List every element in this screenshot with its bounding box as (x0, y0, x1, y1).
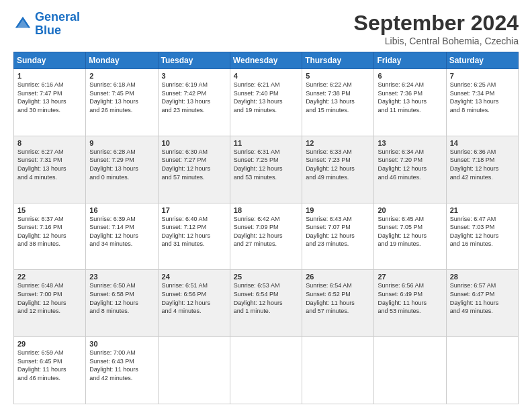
day-cell: 19Sunrise: 6:43 AM Sunset: 7:07 PM Dayli… (302, 203, 374, 270)
day-info: Sunrise: 6:27 AM Sunset: 7:31 PM Dayligh… (17, 148, 82, 181)
day-info: Sunrise: 6:37 AM Sunset: 7:16 PM Dayligh… (17, 215, 82, 248)
day-info: Sunrise: 6:50 AM Sunset: 6:58 PM Dayligh… (89, 281, 154, 315)
day-number: 4 (234, 72, 298, 80)
day-cell: 10Sunrise: 6:30 AM Sunset: 7:27 PM Dayli… (158, 136, 230, 203)
day-cell: 21Sunrise: 6:47 AM Sunset: 7:03 PM Dayli… (446, 203, 518, 270)
day-cell: 9Sunrise: 6:28 AM Sunset: 7:29 PM Daylig… (86, 136, 158, 203)
logo-line2: Blue (35, 24, 61, 37)
week-row-2: 8Sunrise: 6:27 AM Sunset: 7:31 PM Daylig… (14, 136, 519, 203)
day-cell (446, 337, 518, 404)
day-number: 10 (162, 139, 226, 147)
day-number: 15 (17, 206, 82, 214)
day-cell: 5Sunrise: 6:22 AM Sunset: 7:38 PM Daylig… (302, 69, 374, 136)
week-row-5: 29Sunrise: 6:59 AM Sunset: 6:45 PM Dayli… (14, 337, 519, 404)
day-cell (302, 337, 374, 404)
location: Libis, Central Bohemia, Czechia (354, 36, 519, 46)
day-cell: 6Sunrise: 6:24 AM Sunset: 7:36 PM Daylig… (374, 69, 446, 136)
day-info: Sunrise: 6:43 AM Sunset: 7:07 PM Dayligh… (306, 215, 370, 248)
header: General Blue September 2024 Libis, Centr… (13, 11, 519, 46)
day-cell: 4Sunrise: 6:21 AM Sunset: 7:40 PM Daylig… (230, 69, 302, 136)
day-number: 13 (378, 139, 442, 147)
day-cell: 27Sunrise: 6:56 AM Sunset: 6:49 PM Dayli… (374, 270, 446, 337)
logo-text: General Blue (35, 11, 80, 38)
day-cell (158, 337, 230, 404)
day-number: 14 (450, 139, 515, 147)
column-header-tuesday: Tuesday (158, 52, 230, 69)
day-number: 6 (378, 72, 442, 80)
day-info: Sunrise: 6:24 AM Sunset: 7:36 PM Dayligh… (378, 81, 442, 114)
day-cell: 30Sunrise: 7:00 AM Sunset: 6:43 PM Dayli… (86, 337, 158, 404)
column-header-saturday: Saturday (446, 52, 518, 69)
day-info: Sunrise: 6:56 AM Sunset: 6:49 PM Dayligh… (378, 281, 442, 315)
day-number: 16 (89, 206, 154, 214)
day-info: Sunrise: 6:51 AM Sunset: 6:56 PM Dayligh… (162, 281, 226, 315)
column-header-monday: Monday (86, 52, 158, 69)
day-number: 3 (162, 72, 226, 80)
day-number: 28 (450, 273, 515, 281)
month-year: September 2024 (354, 11, 519, 36)
day-info: Sunrise: 6:45 AM Sunset: 7:05 PM Dayligh… (378, 215, 442, 248)
day-cell: 17Sunrise: 6:40 AM Sunset: 7:12 PM Dayli… (158, 203, 230, 270)
day-cell (374, 337, 446, 404)
day-cell: 22Sunrise: 6:48 AM Sunset: 7:00 PM Dayli… (14, 270, 86, 337)
day-info: Sunrise: 6:53 AM Sunset: 6:54 PM Dayligh… (234, 281, 298, 315)
day-number: 7 (450, 72, 515, 80)
day-cell: 15Sunrise: 6:37 AM Sunset: 7:16 PM Dayli… (14, 203, 86, 270)
day-cell: 29Sunrise: 6:59 AM Sunset: 6:45 PM Dayli… (14, 337, 86, 404)
day-info: Sunrise: 6:57 AM Sunset: 6:47 PM Dayligh… (450, 281, 515, 315)
calendar-table: SundayMondayTuesdayWednesdayThursdayFrid… (13, 52, 519, 404)
day-cell: 3Sunrise: 6:19 AM Sunset: 7:42 PM Daylig… (158, 69, 230, 136)
day-cell: 7Sunrise: 6:25 AM Sunset: 7:34 PM Daylig… (446, 69, 518, 136)
day-cell: 18Sunrise: 6:42 AM Sunset: 7:09 PM Dayli… (230, 203, 302, 270)
day-number: 8 (17, 139, 82, 147)
day-number: 23 (89, 273, 154, 281)
day-number: 26 (306, 273, 370, 281)
day-info: Sunrise: 6:54 AM Sunset: 6:52 PM Dayligh… (306, 281, 370, 315)
day-cell: 12Sunrise: 6:33 AM Sunset: 7:23 PM Dayli… (302, 136, 374, 203)
column-header-friday: Friday (374, 52, 446, 69)
day-info: Sunrise: 6:36 AM Sunset: 7:18 PM Dayligh… (450, 148, 515, 181)
column-header-sunday: Sunday (14, 52, 86, 69)
day-info: Sunrise: 7:00 AM Sunset: 6:43 PM Dayligh… (89, 349, 154, 382)
day-number: 19 (306, 206, 370, 214)
day-number: 9 (89, 139, 154, 147)
day-info: Sunrise: 6:30 AM Sunset: 7:27 PM Dayligh… (162, 148, 226, 181)
day-number: 29 (17, 340, 82, 348)
day-number: 22 (17, 273, 82, 281)
day-info: Sunrise: 6:19 AM Sunset: 7:42 PM Dayligh… (162, 81, 226, 114)
day-info: Sunrise: 6:28 AM Sunset: 7:29 PM Dayligh… (89, 148, 154, 181)
day-number: 21 (450, 206, 515, 214)
day-cell (230, 337, 302, 404)
day-number: 2 (89, 72, 154, 80)
day-number: 27 (378, 273, 442, 281)
day-number: 30 (89, 340, 154, 348)
day-number: 11 (234, 139, 298, 147)
page: General Blue September 2024 Libis, Centr… (0, 0, 532, 411)
day-info: Sunrise: 6:22 AM Sunset: 7:38 PM Dayligh… (306, 81, 370, 114)
day-cell: 24Sunrise: 6:51 AM Sunset: 6:56 PM Dayli… (158, 270, 230, 337)
day-info: Sunrise: 6:34 AM Sunset: 7:20 PM Dayligh… (378, 148, 442, 181)
day-info: Sunrise: 6:40 AM Sunset: 7:12 PM Dayligh… (162, 215, 226, 248)
day-number: 5 (306, 72, 370, 80)
column-header-thursday: Thursday (302, 52, 374, 69)
day-cell: 1Sunrise: 6:16 AM Sunset: 7:47 PM Daylig… (14, 69, 86, 136)
day-number: 25 (234, 273, 298, 281)
day-info: Sunrise: 6:33 AM Sunset: 7:23 PM Dayligh… (306, 148, 370, 181)
day-cell: 20Sunrise: 6:45 AM Sunset: 7:05 PM Dayli… (374, 203, 446, 270)
day-cell: 16Sunrise: 6:39 AM Sunset: 7:14 PM Dayli… (86, 203, 158, 270)
day-cell: 14Sunrise: 6:36 AM Sunset: 7:18 PM Dayli… (446, 136, 518, 203)
day-info: Sunrise: 6:25 AM Sunset: 7:34 PM Dayligh… (450, 81, 515, 114)
title-block: September 2024 Libis, Central Bohemia, C… (354, 11, 519, 46)
week-row-1: 1Sunrise: 6:16 AM Sunset: 7:47 PM Daylig… (14, 69, 519, 136)
calendar-header-row: SundayMondayTuesdayWednesdayThursdayFrid… (14, 52, 519, 69)
column-header-wednesday: Wednesday (230, 52, 302, 69)
day-info: Sunrise: 6:18 AM Sunset: 7:45 PM Dayligh… (89, 81, 154, 114)
day-number: 18 (234, 206, 298, 214)
logo-line1: General (35, 10, 80, 24)
day-cell: 28Sunrise: 6:57 AM Sunset: 6:47 PM Dayli… (446, 270, 518, 337)
day-info: Sunrise: 6:48 AM Sunset: 7:00 PM Dayligh… (17, 281, 82, 315)
day-number: 17 (162, 206, 226, 214)
day-info: Sunrise: 6:42 AM Sunset: 7:09 PM Dayligh… (234, 215, 298, 248)
week-row-3: 15Sunrise: 6:37 AM Sunset: 7:16 PM Dayli… (14, 203, 519, 270)
day-cell: 2Sunrise: 6:18 AM Sunset: 7:45 PM Daylig… (86, 69, 158, 136)
